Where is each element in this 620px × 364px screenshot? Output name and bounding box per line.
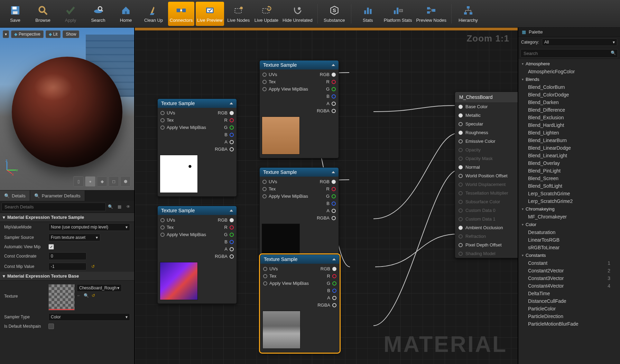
constmip-input[interactable]	[48, 263, 86, 270]
palette-item-Constant4Vector[interactable]: Constant4Vector4	[518, 282, 620, 290]
palette-item-Blend_PinLight[interactable]: Blend_PinLight	[518, 167, 620, 175]
input-pin-Apply View MipBias[interactable]: Apply View MipBias	[263, 281, 309, 286]
output-pin-G[interactable]: G	[224, 125, 234, 130]
search-button[interactable]: Search	[85, 2, 111, 26]
palette-item-Blend_LinearBurn[interactable]: Blend_LinearBurn	[518, 137, 620, 144]
palette-item-AtmosphericFogColor[interactable]: AtmosphericFogColor	[518, 68, 620, 75]
output-pin-B[interactable]: B	[224, 239, 234, 244]
input-pin-Tex[interactable]: Tex	[262, 79, 276, 84]
node-header[interactable]: Texture Sample	[260, 168, 339, 177]
palette-item-Blend_SoftLight[interactable]: Blend_SoftLight	[518, 182, 620, 190]
preview-viewport[interactable]: ZYX ▯ ● ◆ ◻ ⬢	[0, 28, 134, 190]
palette-item-Lerp_ScratchGrime[interactable]: Lerp_ScratchGrime	[518, 190, 620, 197]
palette-item-Blend_LinearDodge[interactable]: Blend_LinearDodge	[518, 144, 620, 152]
output-pin-G[interactable]: G	[326, 194, 336, 199]
palette-item-Blend_Overlay[interactable]: Blend_Overlay	[518, 159, 620, 167]
palette-item-Blend_ColorDodge[interactable]: Blend_ColorDodge	[518, 91, 620, 99]
browse-asset-icon[interactable]: 🔍	[84, 293, 89, 298]
texture-sample-node-2[interactable]: Texture Sample UVsRGBTexRApply View MipB…	[157, 206, 237, 304]
material-input-base-color[interactable]: Base Color	[455, 102, 518, 111]
substance-button[interactable]: S Substance	[321, 2, 348, 26]
prevnodes-button[interactable]: Preview Nodes	[415, 2, 447, 26]
apply-button[interactable]: Apply	[57, 2, 84, 26]
palette-item-LinearTosRGB[interactable]: LinearTosRGB	[518, 236, 620, 244]
use-selected-icon[interactable]: ←	[77, 293, 81, 298]
output-pin-A[interactable]: A	[224, 139, 234, 144]
palette-item-Constant[interactable]: Constant1	[518, 259, 620, 267]
hierarchy-button[interactable]: Hierarchy	[455, 2, 481, 26]
material-input-normal[interactable]: Normal	[455, 163, 518, 171]
input-pin-Tex[interactable]: Tex	[263, 273, 276, 279]
input-pin-Apply View MipBias[interactable]: Apply View MipBias	[262, 86, 308, 92]
autoview-checkbox[interactable]: ✓	[48, 244, 54, 250]
input-pin-UVs[interactable]: UVs	[262, 72, 277, 77]
material-input-metallic[interactable]: Metallic	[455, 111, 518, 120]
samplertype-dropdown[interactable]: Color▾	[48, 313, 130, 321]
output-pin-RGBA[interactable]: RGBA	[317, 215, 336, 221]
output-pin-R[interactable]: R	[224, 118, 234, 123]
output-pin-B[interactable]: B	[326, 201, 336, 206]
texture-sample-node-0[interactable]: Texture Sample UVsRGBTexRApply View MipB…	[157, 99, 237, 197]
output-pin-A[interactable]: A	[224, 246, 234, 252]
connectors-button[interactable]: Connectors	[168, 2, 194, 26]
shape-cylinder-button[interactable]: ▯	[73, 176, 84, 187]
output-pin-RGBA[interactable]: RGBA	[317, 108, 336, 113]
node-header[interactable]: Texture Sample	[260, 60, 339, 69]
output-pin-RGBA[interactable]: RGBA	[215, 254, 234, 259]
livepreview-button[interactable]: Live Preview	[196, 2, 224, 26]
palette-item-Blend_Screen[interactable]: Blend_Screen	[518, 175, 620, 182]
palette-item-Desaturation[interactable]: Desaturation	[518, 228, 620, 236]
palette-item-ParticleColor[interactable]: ParticleColor	[518, 305, 620, 312]
output-pin-G[interactable]: G	[327, 281, 336, 286]
material-input-pixel-depth-offset[interactable]: Pixel Depth Offset	[455, 241, 518, 249]
palette-group-Constants[interactable]: Constants	[518, 251, 620, 259]
output-pin-A[interactable]: A	[326, 101, 336, 106]
output-pin-G[interactable]: G	[224, 232, 234, 237]
palette-item-Blend_Darken[interactable]: Blend_Darken	[518, 99, 620, 106]
input-pin-Tex[interactable]: Tex	[262, 186, 276, 192]
input-pin-UVs[interactable]: UVs	[262, 179, 277, 184]
section-texture-sample[interactable]: ▾Material Expression Texture Sample	[0, 213, 134, 222]
material-input-roughness[interactable]: Roughness	[455, 128, 518, 137]
palette-item-Blend_Lighten[interactable]: Blend_Lighten	[518, 129, 620, 137]
palette-item-Blend_Difference[interactable]: Blend_Difference	[518, 106, 620, 114]
palette-item-Constant2Vector[interactable]: Constant2Vector2	[518, 267, 620, 274]
input-pin-Tex[interactable]: Tex	[160, 118, 174, 123]
node-header[interactable]: Texture Sample	[158, 99, 237, 108]
show-button[interactable]: Show	[63, 30, 79, 38]
input-pin-Apply View MipBias[interactable]: Apply View MipBias	[160, 232, 206, 237]
material-input-emissive-color[interactable]: Emissive Color	[455, 137, 518, 146]
material-input-ambient-occlusion[interactable]: Ambient Occlusion	[455, 223, 518, 232]
palette-item-DistanceCullFade[interactable]: DistanceCullFade	[518, 297, 620, 305]
eye-icon[interactable]: 👁	[124, 202, 133, 211]
palette-item-MF_Chromakeyer[interactable]: MF_Chromakeyer	[518, 213, 620, 221]
input-pin-Tex[interactable]: Tex	[160, 225, 174, 230]
output-pin-G[interactable]: G	[326, 86, 336, 92]
palette-group-Atmosphere[interactable]: Atmosphere	[518, 60, 620, 68]
details-search-input[interactable]	[1, 203, 106, 211]
home-button[interactable]: Home	[113, 2, 139, 26]
output-pin-RGB[interactable]: RGB	[218, 110, 234, 115]
output-pin-B[interactable]: B	[327, 288, 336, 293]
save-button[interactable]: Save	[2, 2, 28, 26]
material-output-node[interactable]: M_ChessBoard Base Color Metallic Specula…	[455, 92, 518, 258]
input-pin-UVs[interactable]: UVs	[160, 217, 175, 223]
section-texture-base[interactable]: ▾Material Expression Texture Base	[0, 272, 134, 281]
output-pin-RGBA[interactable]: RGBA	[317, 302, 336, 308]
palette-list[interactable]: AtmosphereAtmosphericFogColorBlendsBlend…	[518, 59, 620, 364]
output-pin-R[interactable]: R	[326, 79, 336, 84]
shape-sphere-button[interactable]: ●	[85, 176, 95, 187]
browse-button[interactable]: Browse	[30, 2, 56, 26]
details-tab[interactable]: 🔍Details	[0, 190, 30, 201]
output-pin-RGB[interactable]: RGB	[320, 179, 336, 184]
output-pin-RGB[interactable]: RGB	[321, 266, 336, 271]
palette-group-Blends[interactable]: Blends	[518, 75, 620, 83]
liveupdate-button[interactable]: Live Update	[253, 2, 280, 26]
material-graph[interactable]: Zoom 1:1 MATERIAL Texture Sample UVsRGBT…	[135, 28, 518, 364]
shape-plane-button[interactable]: ◆	[97, 176, 107, 187]
palette-item-Constant3Vector[interactable]: Constant3Vector3	[518, 274, 620, 282]
output-pin-RGB[interactable]: RGB	[218, 217, 234, 223]
defaultmesh-checkbox[interactable]	[48, 324, 54, 329]
viewport-menu-button[interactable]: ▾	[3, 30, 9, 38]
palette-search-input[interactable]	[520, 49, 618, 58]
